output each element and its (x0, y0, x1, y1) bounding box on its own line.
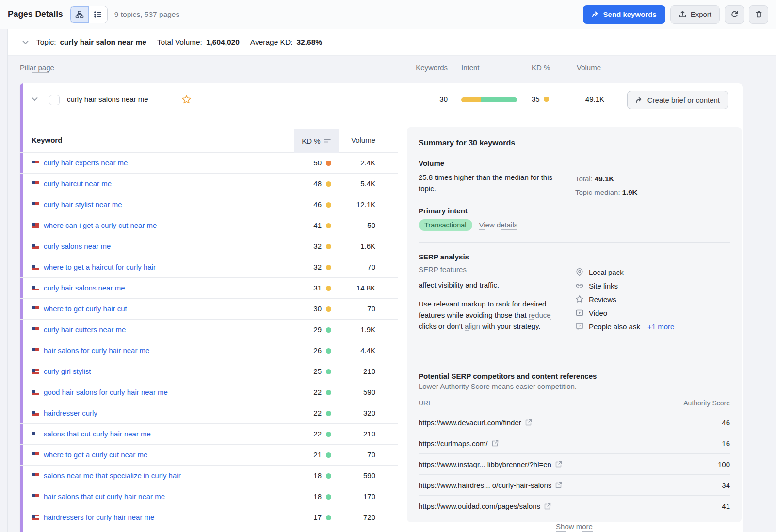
keyword-row: salons that cut curly hair near me 22 21… (20, 424, 398, 445)
keyword-row: where to get a haircut for curly hair 32… (20, 257, 398, 278)
keyword-link[interactable]: curly hair cutters near me (44, 325, 126, 334)
create-arrow-icon (635, 97, 643, 104)
keyword-row: curly hair stylist near me 46 12.1K (20, 194, 398, 215)
keyword-link[interactable]: hairdressers for curly hair near me (44, 513, 154, 521)
us-flag-icon (32, 181, 39, 187)
kd-difficulty-dot (326, 286, 331, 291)
us-flag-icon (32, 223, 39, 228)
kd-difficulty-dot (326, 515, 331, 520)
reduce-link[interactable]: reduce (529, 311, 551, 320)
competitors-table: URL Authority Score https://www.devacurl… (419, 399, 730, 516)
competitor-url[interactable]: https://www.ouidad.com/pages/salons (419, 502, 540, 510)
intent-badge: Transactional (419, 219, 472, 231)
view-toggle-group (70, 6, 108, 23)
kd-difficulty-dot (326, 306, 331, 312)
page-title: Pages Details (8, 9, 63, 19)
serp-features-link[interactable]: SERP features (419, 265, 467, 274)
us-flag-icon (32, 265, 39, 270)
intent-segment (461, 97, 481, 102)
keyword-link[interactable]: curly haircut near me (44, 179, 112, 188)
keyword-link[interactable]: curly hair experts near me (44, 159, 128, 167)
kd-difficulty-dot (326, 181, 331, 187)
trash-icon (755, 10, 763, 18)
competitor-url[interactable]: https://www.instagr... libbybrenner/?hl=… (419, 460, 551, 468)
keyword-row: where to get curly hair cut 30 70 (20, 299, 398, 320)
keyword-link[interactable]: where can i get a curly cut near me (44, 221, 157, 229)
keyword-link[interactable]: curly salons near me (44, 242, 111, 250)
pillar-page-column-header[interactable]: Pillar page (20, 64, 54, 73)
keyword-link[interactable]: salons near me that specialize in curly … (44, 471, 181, 480)
tree-view-toggle[interactable] (70, 6, 89, 23)
export-button[interactable]: Export (670, 5, 720, 24)
list-view-toggle[interactable] (89, 6, 107, 23)
keyword-kd-value: 18 (282, 492, 322, 500)
chevron-down-icon[interactable] (22, 40, 29, 45)
competitors-title: Potential SERP competitors and content r… (419, 372, 730, 380)
us-flag-icon (32, 202, 39, 208)
serp-markup-paragraph: Use relevant markup to rank for desired … (419, 298, 570, 332)
keyword-link[interactable]: hair salons that cut curly hair near me (44, 492, 165, 500)
pillar-page-title[interactable]: curly hair salons near me (67, 95, 148, 103)
external-link-icon[interactable] (555, 482, 562, 488)
volume-description: 25.8 times higher than the median for th… (419, 172, 564, 194)
total-volume-label: Total Volume: (157, 38, 202, 47)
star-icon[interactable] (181, 95, 192, 104)
keyword-volume: 12.1K (338, 200, 375, 209)
kd-difficulty-dot (544, 97, 549, 102)
show-more-link[interactable]: Show more (556, 522, 593, 532)
competitor-url[interactable]: https://www.hairdres... o/curly-hair-sal… (419, 481, 551, 489)
kd-difficulty-dot (326, 161, 331, 166)
keyword-row: hair salons that cut curly hair near me … (20, 486, 398, 507)
more-features-link[interactable]: +1 more (647, 322, 674, 331)
pillar-keywords-count: 30 (408, 95, 448, 103)
kd-header-sort[interactable]: KD % (294, 129, 339, 153)
view-details-link[interactable]: View details (479, 221, 518, 230)
site-links-icon (575, 281, 584, 290)
create-brief-button[interactable]: Create brief or content (627, 91, 728, 109)
keyword-link[interactable]: good hair salons for curly hair near me (44, 388, 168, 396)
keyword-row: curly hair cutters near me 29 1.9K (20, 320, 398, 340)
authority-score-column-header: Authority Score (683, 399, 730, 407)
serp-analysis-heading: SERP analysis (419, 253, 730, 261)
keyword-row: curly hair salons near me 31 14.8K (20, 278, 398, 299)
feature-reviews: Reviews (575, 292, 674, 306)
export-icon (679, 10, 687, 18)
keyword-link[interactable]: hairdresser curly (44, 409, 97, 417)
reviews-icon (575, 295, 584, 304)
us-flag-icon (32, 306, 39, 312)
external-link-icon[interactable] (555, 461, 562, 468)
external-link-icon[interactable] (544, 503, 551, 510)
average-kd-value: 32.68% (296, 38, 322, 47)
keyword-volume: 590 (338, 388, 375, 396)
refresh-button[interactable] (725, 5, 744, 24)
video-icon (575, 308, 584, 317)
keyword-link[interactable]: where to get a curly cut near me (44, 451, 147, 459)
pillar-checkbox[interactable] (49, 95, 60, 105)
keyword-kd-value: 46 (282, 200, 322, 209)
keyword-link[interactable]: hair salons for curly hair near me (44, 346, 149, 355)
competitor-row: https://www.devacurl.com/finder 46 (419, 412, 730, 433)
delete-button[interactable] (749, 5, 768, 24)
keyword-link[interactable]: salons that cut curly hair near me (44, 430, 151, 438)
intent-distribution-bar (461, 97, 517, 102)
competitor-url[interactable]: https://www.devacurl.com/finder (419, 419, 521, 427)
keyword-row: hairdresser curly 22 320 (20, 403, 398, 424)
us-flag-icon (32, 286, 39, 291)
pillar-chevron-down-icon[interactable] (32, 97, 38, 101)
competitor-url[interactable]: https://curlmaps.com/ (419, 439, 488, 448)
external-link-icon[interactable] (492, 440, 499, 447)
competitor-row: https://www.instagr... libbybrenner/?hl=… (419, 454, 730, 475)
align-link[interactable]: align (465, 322, 480, 331)
kd-difficulty-dot (326, 452, 331, 458)
keyword-link[interactable]: curly hair salons near me (44, 284, 125, 292)
send-keywords-button[interactable]: Send keywords (583, 5, 665, 24)
competitors-table-body: https://www.devacurl.com/finder 46 https… (419, 412, 730, 516)
pillar-card: curly hair salons near me 30 35 49.1K Cr… (20, 83, 743, 532)
keyword-link[interactable]: where to get a haircut for curly hair (44, 263, 156, 271)
keyword-link[interactable]: curly girl stylist (44, 367, 91, 375)
feature-video: Video (575, 306, 674, 320)
external-link-icon[interactable] (525, 419, 532, 426)
keyword-link[interactable]: curly hair stylist near me (44, 200, 122, 209)
keyword-link[interactable]: where to get curly hair cut (44, 305, 127, 313)
competitor-authority-score: 16 (722, 439, 730, 448)
